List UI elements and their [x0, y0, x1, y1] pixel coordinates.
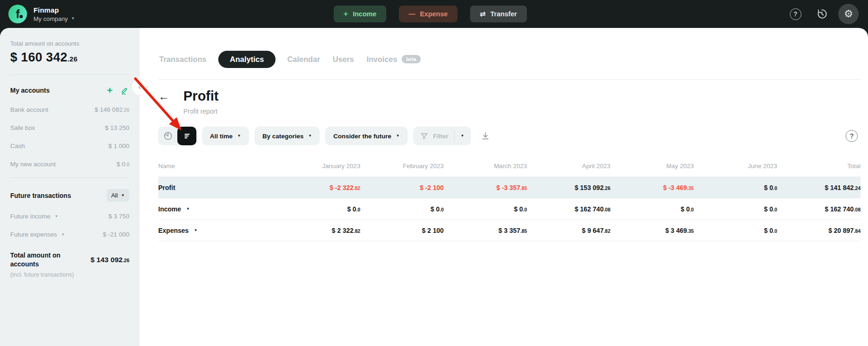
amount-main: $ 141 842: [825, 184, 854, 191]
account-row[interactable]: My new account$ 0.0: [10, 161, 129, 168]
grouping-dropdown[interactable]: By categories ▼: [255, 127, 320, 145]
consider-future-dropdown[interactable]: Consider the future ▼: [325, 127, 407, 145]
brand: f Finmap My company ▼: [8, 5, 75, 23]
amount-decimal: .84: [854, 228, 861, 234]
tab-invoices[interactable]: Invoicesbeta: [366, 51, 422, 68]
future-filter-dropdown[interactable]: All ▼: [107, 189, 129, 202]
filter-funnel-icon: [420, 132, 429, 141]
amount-decimal: .08: [604, 207, 611, 212]
amount-value: $ 20 897.84: [828, 227, 861, 234]
my-accounts-header: My accounts +: [10, 85, 129, 95]
table-row[interactable]: Profit$ -2 322.82$ -2 100$ -3 357.85$ 15…: [158, 177, 861, 198]
back-button[interactable]: ←: [158, 91, 169, 102]
collapse-sidebar-button[interactable]: ‹: [131, 79, 148, 95]
chevron-down-icon[interactable]: ▼: [61, 233, 65, 237]
settings-button[interactable]: ⚙: [838, 4, 859, 24]
amount-main: $ -3 357: [496, 184, 520, 191]
expense-label: Expense: [420, 10, 448, 18]
chevron-down-icon[interactable]: ▼: [54, 215, 58, 218]
table-row[interactable]: Income▼$ 0.0$ 0.0$ 0.0$ 162 740.08$ 0.0$…: [158, 198, 861, 220]
value-cell: $ 3 469.35: [611, 227, 694, 234]
filter-button[interactable]: Filter ▼: [413, 127, 471, 145]
time-range-value: All time: [210, 133, 233, 140]
list-bars-icon: [182, 130, 193, 142]
history-button[interactable]: [812, 4, 832, 24]
value-cell: $ -3 469.35: [611, 184, 694, 191]
grouping-value: By categories: [262, 133, 304, 140]
tab-transactions[interactable]: Transactions: [158, 51, 208, 68]
amount-value: $ 0.0: [764, 205, 777, 213]
amount-main: $ -2 322: [330, 184, 353, 191]
value-cell: $ 0.0: [694, 205, 777, 213]
chevron-down-icon[interactable]: ▼: [461, 134, 464, 138]
amount-value: $ 2 322.82: [332, 227, 360, 234]
value-cell: $ 162 740.08: [527, 205, 610, 213]
amount-main: $ 0: [116, 161, 125, 168]
edit-accounts-button[interactable]: [120, 86, 129, 95]
tab-users[interactable]: Users: [332, 51, 355, 68]
table-row[interactable]: Expenses▼$ 2 322.82$ 2 100$ 3 357.85$ 9 …: [158, 220, 861, 241]
tab-calendar[interactable]: Calendar: [286, 51, 321, 68]
amount-main: $ 162 740: [825, 205, 854, 213]
value-cell: $ 0.0: [611, 205, 694, 213]
expense-button[interactable]: — Expense: [399, 6, 458, 22]
transfer-button[interactable]: ⇄ Transfer: [470, 6, 527, 22]
plus-icon: +: [343, 9, 348, 19]
value-cell: $ 9 647.82: [527, 227, 610, 234]
help-button[interactable]: ?: [785, 4, 806, 24]
brand-name: Finmap: [34, 6, 75, 14]
account-name: Safe box: [10, 124, 35, 131]
value-cell: $ 2 100: [360, 227, 444, 234]
account-row[interactable]: Safe box$ 13 250: [10, 124, 129, 131]
income-button[interactable]: + Income: [334, 6, 386, 22]
value-cell: $ 153 092.26: [527, 184, 610, 191]
amount-value: $ 0.0: [764, 184, 777, 191]
value-cell: $ 162 740.08: [777, 205, 861, 213]
add-account-button[interactable]: +: [107, 85, 113, 95]
amount-value: $ 0.0: [431, 205, 444, 213]
amount-value: $ 141 842.24: [825, 184, 861, 191]
chevron-down-icon: ▼: [71, 17, 75, 20]
amount-main: $ 0: [680, 205, 689, 213]
tab-analytics[interactable]: Analytics: [218, 51, 276, 68]
accounts-list: Bank account$ 146 092.26Safe box$ 13 250…: [10, 106, 129, 168]
amount-value: $ 0.0: [514, 205, 527, 213]
amount-value: $ 153 092.26: [575, 184, 611, 191]
download-button[interactable]: [480, 131, 491, 141]
future-row-label: Future income: [10, 213, 50, 220]
chevron-down-icon[interactable]: ▼: [186, 207, 190, 211]
value-cell: $ 0.0: [277, 205, 360, 213]
chevron-down-icon[interactable]: ▼: [194, 229, 197, 232]
company-switcher[interactable]: My company ▼: [34, 15, 75, 22]
finmap-logo-icon[interactable]: f: [8, 5, 27, 23]
amount-main: $ 0: [764, 205, 773, 213]
amount-main: $ 162 740: [575, 205, 604, 213]
divider: [10, 75, 129, 75]
amount-main: $ 0: [764, 227, 773, 234]
amount-decimal: .0: [440, 207, 444, 212]
tab-label: Analytics: [230, 55, 264, 64]
amount-main: $ 13 250: [105, 124, 129, 131]
history-icon: [816, 8, 828, 20]
row-name-cell: Profit: [158, 184, 277, 191]
time-range-dropdown[interactable]: All time ▼: [202, 127, 249, 145]
column-header: June 2023: [694, 163, 777, 170]
sidebar: Total amount on accounts $ 160 342.26 My…: [0, 28, 140, 346]
column-header: Name: [158, 163, 277, 170]
amount-value: $ 162 740.08: [575, 205, 611, 213]
list-view-button[interactable]: [177, 127, 196, 145]
account-row[interactable]: Bank account$ 146 092.26: [10, 106, 129, 113]
future-list: Future income▼$ 3 750Future expenses▼$ -…: [10, 213, 129, 238]
page-title: Profit: [183, 88, 219, 104]
view-switcher: [158, 127, 196, 145]
page-subtitle: Profit report: [183, 108, 861, 115]
pie-chart-icon: [162, 130, 174, 142]
account-row[interactable]: Cash$ 1 000: [10, 142, 129, 149]
chart-view-button[interactable]: [158, 127, 177, 145]
value-cell: $ 3 357.85: [444, 227, 527, 234]
report-help-button[interactable]: ?: [846, 130, 858, 142]
amount-decimal: .08: [854, 207, 861, 212]
amount-value: $ 13 250: [105, 124, 129, 131]
income-label: Income: [353, 10, 377, 18]
row-name: Profit: [158, 184, 175, 191]
